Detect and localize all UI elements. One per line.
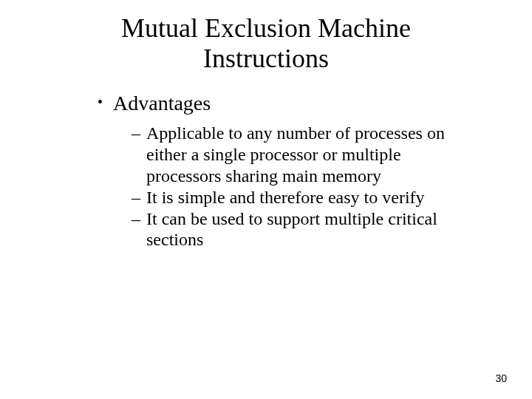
bullet-level2: – It can be used to support multiple cri… [132, 208, 458, 251]
bullet-level1: • Advantages [98, 91, 488, 116]
bullet-level2-text: Applicable to any number of processes on… [146, 123, 458, 186]
bullet-level2-text: It is simple and therefore easy to verif… [146, 187, 425, 208]
bullet-level2-text: It can be used to support multiple criti… [146, 208, 458, 251]
bullet-dash-icon: – [132, 187, 140, 208]
bullet-level1-text: Advantages [113, 91, 211, 116]
bullet-level2: – Applicable to any number of processes … [132, 123, 458, 186]
slide: Mutual Exclusion Machine Instructions • … [0, 0, 532, 250]
bullet-level2: – It is simple and therefore easy to ver… [132, 187, 458, 208]
bullet-dot-icon: • [98, 91, 103, 113]
slide-title: Mutual Exclusion Machine Instructions [44, 13, 488, 75]
bullet-dash-icon: – [132, 208, 140, 230]
page-number: 30 [495, 372, 507, 384]
bullet-dash-icon: – [132, 123, 140, 144]
